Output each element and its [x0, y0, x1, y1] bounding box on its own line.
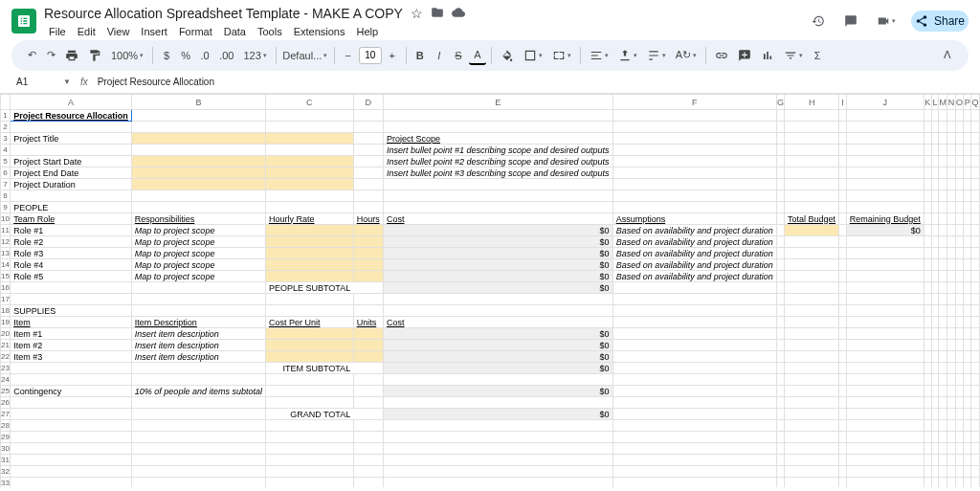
cell-E29[interactable] — [383, 432, 612, 443]
cell-D32[interactable] — [353, 466, 383, 478]
cell-L9[interactable] — [931, 202, 939, 213]
row-header[interactable]: 18 — [1, 305, 11, 317]
functions-icon[interactable]: Σ — [809, 47, 826, 64]
cell-M30[interactable] — [939, 443, 947, 455]
cell-P30[interactable] — [964, 443, 971, 455]
cell-C7[interactable] — [265, 179, 353, 190]
cell-C5[interactable] — [265, 156, 353, 167]
cell-E5[interactable]: Insert bullet point #2 describing scope … — [383, 156, 612, 167]
cell-G2[interactable] — [776, 122, 784, 133]
cell-F11[interactable]: Based on availability and project durati… — [612, 225, 776, 236]
insert-chart-icon[interactable] — [757, 46, 778, 65]
cell-H27[interactable] — [785, 409, 839, 420]
cell-H17[interactable] — [785, 294, 839, 305]
font-size-input[interactable] — [359, 47, 382, 64]
cell-K12[interactable] — [924, 236, 931, 248]
cell-D31[interactable] — [353, 455, 383, 466]
cell-H13[interactable] — [785, 248, 839, 259]
cell-F27[interactable] — [612, 409, 776, 420]
cell-D11[interactable] — [353, 225, 383, 236]
cell-H2[interactable] — [785, 122, 839, 133]
cell-H22[interactable] — [785, 351, 839, 363]
cell-I7[interactable] — [839, 179, 846, 190]
col-header[interactable]: K — [924, 95, 931, 110]
cell-J17[interactable] — [846, 294, 924, 305]
cell-D7[interactable] — [353, 179, 383, 190]
cell-O8[interactable] — [955, 190, 964, 202]
cell-B4[interactable] — [131, 145, 265, 156]
cell-F19[interactable] — [612, 317, 776, 328]
h-align-icon[interactable] — [586, 46, 612, 65]
cell-F13[interactable]: Based on availability and project durati… — [612, 248, 776, 259]
cell-K30[interactable] — [924, 443, 931, 455]
cell-K9[interactable] — [924, 202, 931, 213]
cell-G12[interactable] — [776, 236, 784, 248]
cell-A4[interactable] — [11, 145, 132, 156]
cell-H31[interactable] — [785, 455, 839, 466]
zoom-select[interactable]: 100% — [107, 47, 147, 64]
cell-Q16[interactable] — [971, 282, 980, 294]
cell-C9[interactable] — [265, 202, 353, 213]
cell-P15[interactable] — [964, 271, 971, 282]
cell-O27[interactable] — [955, 409, 964, 420]
cell-E10[interactable]: Cost — [383, 213, 612, 225]
cell-A21[interactable]: Item #2 — [11, 340, 132, 351]
italic-icon[interactable]: I — [431, 47, 448, 64]
fill-color-icon[interactable] — [497, 46, 518, 65]
cell-K31[interactable] — [924, 455, 931, 466]
col-header[interactable]: D — [353, 95, 383, 110]
col-header[interactable]: E — [383, 95, 612, 110]
col-header[interactable]: I — [839, 95, 846, 110]
cell-J4[interactable] — [846, 145, 924, 156]
cell-H20[interactable] — [785, 328, 839, 340]
cloud-icon[interactable] — [450, 4, 467, 23]
cell-O11[interactable] — [955, 225, 964, 236]
cell-B13[interactable]: Map to project scope — [131, 248, 265, 259]
cell-F18[interactable] — [612, 305, 776, 317]
cell-Q1[interactable] — [971, 110, 980, 122]
cell-L18[interactable] — [931, 305, 939, 317]
cell-A14[interactable]: Role #4 — [11, 259, 132, 271]
font-size-increase[interactable]: + — [384, 47, 401, 64]
cell-J10[interactable]: Remaining Budget — [846, 213, 924, 225]
cell-A6[interactable]: Project End Date — [11, 167, 132, 179]
cell-M9[interactable] — [939, 202, 947, 213]
cell-E12[interactable]: $0 — [383, 236, 612, 248]
cell-F17[interactable] — [612, 294, 776, 305]
cell-F22[interactable] — [612, 351, 776, 363]
cell-M11[interactable] — [939, 225, 947, 236]
cell-J19[interactable] — [846, 317, 924, 328]
font-select[interactable]: Defaul... — [281, 47, 329, 64]
cell-L8[interactable] — [931, 190, 939, 202]
cell-N7[interactable] — [947, 179, 955, 190]
cell-Q24[interactable] — [971, 374, 980, 386]
cell-C12[interactable] — [265, 236, 353, 248]
cell-H21[interactable] — [785, 340, 839, 351]
cell-L25[interactable] — [931, 386, 939, 397]
cell-D13[interactable] — [353, 248, 383, 259]
cell-I17[interactable] — [839, 294, 846, 305]
row-header[interactable]: 10 — [1, 213, 11, 225]
cell-O30[interactable] — [955, 443, 964, 455]
sheets-logo[interactable] — [11, 9, 36, 33]
cell-N8[interactable] — [947, 190, 955, 202]
cell-J28[interactable] — [846, 420, 924, 432]
row-header[interactable]: 9 — [1, 202, 11, 213]
menu-data[interactable]: Data — [219, 24, 251, 39]
cell-C19[interactable]: Cost Per Unit — [265, 317, 353, 328]
cell-K32[interactable] — [924, 466, 931, 478]
cell-E26[interactable] — [383, 397, 612, 409]
cell-I18[interactable] — [839, 305, 846, 317]
cell-C4[interactable] — [265, 145, 353, 156]
name-box[interactable] — [11, 74, 54, 91]
cell-D15[interactable] — [353, 271, 383, 282]
cell-N26[interactable] — [947, 397, 955, 409]
cell-J20[interactable] — [846, 328, 924, 340]
cell-J11[interactable]: $0 — [846, 225, 924, 236]
history-icon[interactable] — [808, 11, 829, 32]
cell-O32[interactable] — [955, 466, 964, 478]
cell-N21[interactable] — [947, 340, 955, 351]
cell-C30[interactable] — [265, 443, 353, 455]
cell-O5[interactable] — [955, 156, 964, 167]
row-header[interactable]: 31 — [1, 455, 11, 466]
